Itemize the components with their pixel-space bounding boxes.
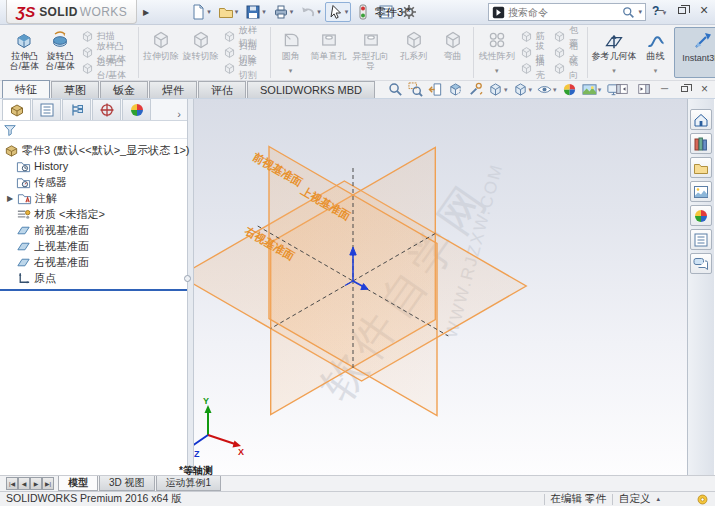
boundary-boss-button[interactable]: 边界凸台/基体 bbox=[79, 61, 135, 76]
tab-displaymanager[interactable] bbox=[122, 99, 151, 120]
tab-propertymanager[interactable] bbox=[32, 99, 61, 120]
save-button[interactable]: ▾ bbox=[242, 2, 269, 22]
pane-next-button[interactable] bbox=[636, 82, 651, 95]
annotation-views-icon bbox=[468, 82, 483, 97]
zoom-to-area-button[interactable] bbox=[408, 82, 423, 97]
tree-root[interactable]: 零件3 (默认<<默认>_显示状态 1>) bbox=[4, 142, 187, 158]
annotation-views-button[interactable] bbox=[468, 82, 483, 97]
panel-split-line[interactable] bbox=[0, 289, 187, 291]
linear-pattern-dropdown-icon[interactable]: ▾ bbox=[495, 66, 499, 76]
hole-wizard-button[interactable]: 异型孔向导 bbox=[350, 27, 392, 78]
next-tab-button[interactable]: ▶ bbox=[30, 477, 42, 490]
print-button[interactable]: ▾ bbox=[270, 2, 297, 22]
tab-features[interactable]: 特征 bbox=[2, 80, 50, 98]
section-view-button[interactable] bbox=[448, 82, 463, 97]
tree-item-sensors[interactable]: 传感器 bbox=[4, 174, 187, 190]
solidworks-forum-button[interactable] bbox=[690, 253, 712, 274]
display-style-button[interactable]: ▾ bbox=[513, 82, 533, 97]
curves-button[interactable]: 曲线 ▾ bbox=[639, 27, 673, 78]
appearances-scenes-button[interactable] bbox=[690, 205, 712, 226]
view-palette-button[interactable] bbox=[690, 181, 712, 202]
hole-series-button[interactable]: 孔系列 bbox=[393, 27, 435, 78]
tree-item-material[interactable]: 材质 <未指定> bbox=[4, 206, 187, 222]
filter-input[interactable] bbox=[20, 123, 184, 137]
customize-dropdown-icon[interactable]: ▴ bbox=[656, 495, 660, 503]
revolved-boss-base-button[interactable]: 旋转凸台/基体 bbox=[43, 27, 78, 78]
tab-model[interactable]: 模型 bbox=[58, 476, 98, 491]
instant3d-button[interactable]: Instant3D bbox=[674, 27, 715, 78]
extruded-boss-base-button[interactable]: 拉伸凸台/基体 bbox=[7, 27, 42, 78]
fillet-button[interactable]: 圆角 ▾ bbox=[274, 27, 308, 78]
tab-evaluate[interactable]: 评估 bbox=[198, 81, 246, 98]
graphics-viewport[interactable]: 软件自学网 WWW.RJZXW.COM 前视基准面 上视基准面 右视基准面 bbox=[194, 99, 687, 475]
select-button[interactable]: ▾ bbox=[325, 2, 352, 22]
tree-item-annotations[interactable]: ▶ 注解 bbox=[4, 190, 187, 206]
tab-configurationmanager[interactable] bbox=[62, 99, 91, 120]
last-tab-button[interactable]: ▶| bbox=[42, 477, 54, 490]
open-button[interactable]: ▾ bbox=[215, 2, 242, 22]
restore-button[interactable] bbox=[675, 3, 689, 17]
flex-button[interactable]: 弯曲 bbox=[436, 27, 470, 78]
tag-icon[interactable] bbox=[696, 493, 709, 506]
tab-weldments[interactable]: 焊件 bbox=[149, 81, 197, 98]
tree-item-history[interactable]: History bbox=[4, 158, 187, 174]
hide-show-items-button[interactable]: ▾ bbox=[537, 82, 557, 97]
prev-tab-button[interactable]: ◀ bbox=[18, 477, 30, 490]
panel-splitter-handle[interactable] bbox=[184, 275, 191, 282]
tree-item-top-plane[interactable]: 上视基准面 bbox=[4, 238, 187, 254]
mirror-button[interactable]: 镜向 bbox=[551, 61, 583, 76]
tree-filter[interactable] bbox=[0, 121, 187, 139]
pane-previous-button[interactable] bbox=[614, 82, 629, 95]
document-window-controls: ─ × bbox=[614, 82, 711, 95]
tab-sheet-metal[interactable]: 钣金 bbox=[100, 81, 148, 98]
undo-button[interactable]: ▾ bbox=[297, 2, 324, 22]
new-document-button[interactable]: ▾ bbox=[187, 2, 214, 22]
ribbon-group-features: 圆角 ▾ 简单直孔 异型孔向导 孔系列 弯曲 bbox=[271, 27, 474, 78]
boundary-cut-button[interactable]: 边界切割 bbox=[221, 61, 267, 76]
tree-item-origin[interactable]: 原点 bbox=[4, 270, 187, 286]
tab-motion-study[interactable]: 运动算例1 bbox=[156, 476, 222, 491]
edit-appearance-button[interactable] bbox=[562, 82, 577, 97]
previous-view-button[interactable] bbox=[428, 82, 443, 97]
reference-geometry-button[interactable]: 参考几何体 ▾ bbox=[591, 27, 638, 78]
solidworks-resources-button[interactable] bbox=[690, 109, 712, 130]
search-dropdown-icon[interactable]: ▾ bbox=[638, 8, 642, 16]
curves-dropdown-icon[interactable]: ▾ bbox=[654, 66, 658, 76]
reference-geometry-dropdown-icon[interactable]: ▾ bbox=[612, 66, 616, 76]
revolved-cut-button[interactable]: 旋转切除 bbox=[181, 27, 220, 78]
expander-icon[interactable]: ▶ bbox=[6, 194, 14, 203]
search-command-box[interactable]: ▾ bbox=[488, 3, 646, 21]
tab-solidworks-mbd[interactable]: SOLIDWORKS MBD bbox=[247, 81, 375, 98]
file-explorer-button[interactable] bbox=[690, 157, 712, 178]
design-library-button[interactable] bbox=[690, 133, 712, 154]
custom-properties-button[interactable] bbox=[690, 229, 712, 250]
customize-button[interactable]: 自定义 bbox=[619, 492, 651, 506]
minimize-button[interactable]: ─ bbox=[653, 3, 667, 17]
close-button[interactable]: × bbox=[697, 3, 711, 17]
extruded-cut-button[interactable]: 拉伸切除 bbox=[142, 27, 181, 78]
view-orientation-button[interactable]: ▾ bbox=[488, 82, 508, 97]
search-input[interactable] bbox=[508, 7, 619, 18]
rebuild-button[interactable] bbox=[352, 2, 374, 22]
tree-item-front-plane[interactable]: 前视基准面 bbox=[4, 222, 187, 238]
zoom-to-fit-button[interactable] bbox=[388, 82, 403, 97]
simple-hole-button[interactable]: 简单直孔 bbox=[309, 27, 349, 78]
doc-restore-button[interactable] bbox=[678, 82, 691, 95]
doc-minimize-button[interactable]: ─ bbox=[658, 82, 671, 95]
tab-featuremanager[interactable] bbox=[2, 99, 31, 120]
view-orientation-icon bbox=[488, 82, 503, 97]
search-icon[interactable] bbox=[622, 6, 635, 19]
window-controls: ─ × bbox=[653, 3, 711, 17]
first-tab-button[interactable]: |◀ bbox=[6, 477, 18, 490]
tab-sketch[interactable]: 草图 bbox=[51, 81, 99, 98]
fillet-dropdown-icon[interactable]: ▾ bbox=[289, 66, 293, 76]
doc-close-button[interactable]: × bbox=[698, 82, 711, 95]
apply-scene-button[interactable]: ▾ bbox=[582, 82, 602, 97]
tree-item-right-plane[interactable]: 右视基准面 bbox=[4, 254, 187, 270]
linear-pattern-button[interactable]: 线性阵列 ▾ bbox=[477, 27, 517, 78]
shell-button[interactable]: 抽壳 bbox=[518, 61, 550, 76]
tab-dimxpertmanager[interactable] bbox=[92, 99, 121, 120]
tab-3d-views[interactable]: 3D 视图 bbox=[99, 476, 155, 491]
logo-flyout-button[interactable]: ▶ bbox=[139, 2, 153, 22]
panel-tabs-chevron[interactable]: › bbox=[177, 108, 181, 120]
